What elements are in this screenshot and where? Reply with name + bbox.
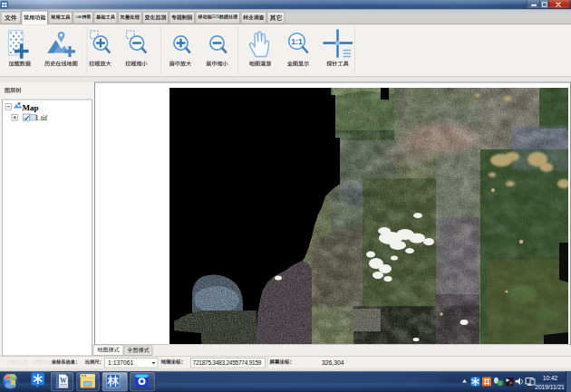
svg-text:Map: Map (23, 103, 39, 112)
svg-text:GIS: GIS (212, 14, 219, 19)
svg-text:1:137061: 1:137061 (108, 359, 134, 366)
svg-text:721875.3483,2455774.9159: 721875.3483,2455774.9159 (193, 359, 262, 366)
svg-text:W: W (60, 377, 67, 385)
svg-text:1:1: 1:1 (291, 37, 303, 46)
svg-text:1.tif: 1.tif (35, 113, 48, 122)
svg-text:326,304: 326,304 (322, 359, 344, 366)
svg-text:10:42: 10:42 (543, 375, 558, 381)
svg-text:UAV: UAV (76, 14, 84, 19)
svg-text:2019/11/21: 2019/11/21 (535, 384, 565, 390)
